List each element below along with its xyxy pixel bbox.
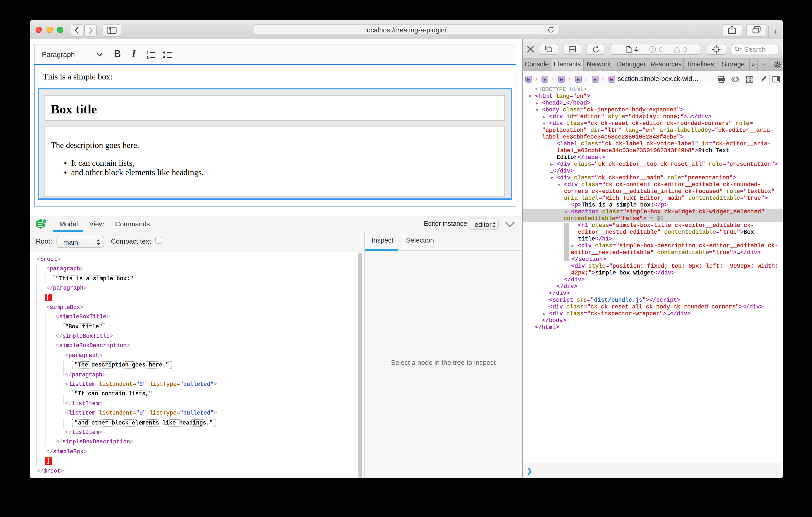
svg-text:5: 5 <box>43 219 45 223</box>
svg-text:2: 2 <box>146 55 149 59</box>
svg-text:1: 1 <box>146 51 149 55</box>
svg-text:!: ! <box>676 48 677 52</box>
svg-text:!: ! <box>652 47 653 52</box>
